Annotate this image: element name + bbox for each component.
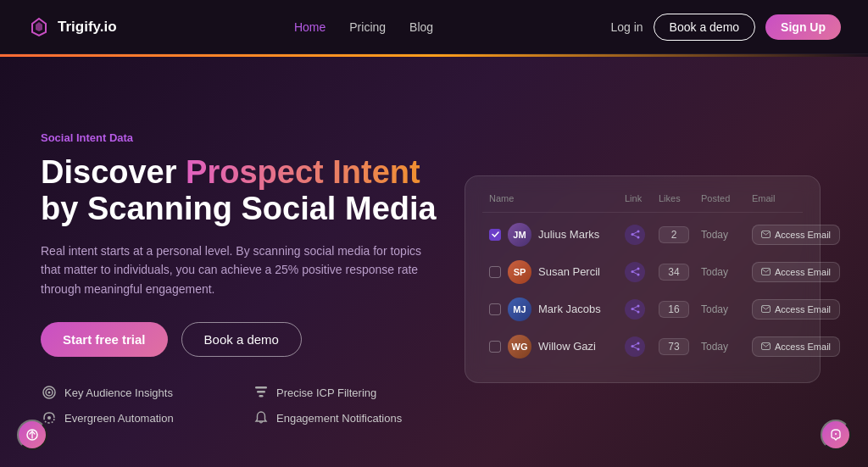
start-trial-button[interactable]: Start free trial <box>41 322 168 357</box>
table-row: WG Willow Gazi 73 Today Access Email <box>482 328 803 365</box>
avatar-julius: JM <box>508 223 531 247</box>
feature-notifications: Engagement Notifications <box>253 409 437 426</box>
likes-mark: 16 <box>659 301 689 318</box>
cta-row: Start free trial Book a demo <box>41 322 437 357</box>
access-email-julius[interactable]: Access Email <box>752 225 840 245</box>
person-cell-mark: MJ Mark Jacobs <box>489 297 625 321</box>
svg-line-10 <box>632 231 638 235</box>
share-button-susan[interactable] <box>625 262 645 282</box>
svg-line-23 <box>632 309 638 313</box>
posted-willow: Today <box>701 341 752 353</box>
svg-rect-3 <box>255 386 267 389</box>
book-demo-button[interactable]: Book a demo <box>654 14 756 41</box>
avatar-susan: SP <box>508 260 531 284</box>
person-name-susan: Susan Percil <box>538 265 600 278</box>
feature-audience-label: Key Audience Insights <box>64 386 173 399</box>
person-name-julius: Julius Marks <box>538 228 599 241</box>
hero-description: Real intent starts at a personal level. … <box>41 242 422 298</box>
col-likes: Likes <box>659 193 701 203</box>
hero-tag: Social Intent Data <box>41 131 437 144</box>
hero-title-suffix: by Scanning Social Media <box>41 191 437 226</box>
col-link: Link <box>625 193 659 203</box>
hero-left: Social Intent Data Discover Prospect Int… <box>41 131 465 427</box>
book-demo-hero-button[interactable]: Book a demo <box>181 322 302 357</box>
chat-icon <box>25 428 39 442</box>
share-button-julius[interactable] <box>625 225 645 245</box>
logo-icon <box>27 15 51 39</box>
features-grid: Key Audience Insights Precise ICP Filter… <box>41 384 437 426</box>
login-button[interactable]: Log in <box>610 20 643 34</box>
table-header: Name Link Likes Posted Email <box>482 193 803 213</box>
person-name-willow: Willow Gazi <box>538 340 596 353</box>
filter-icon <box>253 384 270 401</box>
avatar-willow: WG <box>508 335 531 359</box>
svg-line-29 <box>632 347 638 350</box>
feature-filtering-label: Precise ICP Filtering <box>276 386 376 399</box>
hero-title: Discover Prospect Intent by Scanning Soc… <box>41 154 437 228</box>
email-icon <box>761 342 771 350</box>
share-button-willow[interactable] <box>625 336 645 357</box>
likes-susan: 34 <box>659 264 689 281</box>
nav-links: Home Pricing Blog <box>294 20 433 34</box>
logo[interactable]: Trigify.io <box>27 15 117 39</box>
person-cell-susan: SP Susan Percil <box>489 260 625 284</box>
svg-line-16 <box>632 269 638 272</box>
share-button-mark[interactable] <box>625 299 645 320</box>
svg-rect-5 <box>259 395 264 398</box>
data-card: Name Link Likes Posted Email JM Julius M… <box>465 175 821 383</box>
person-cell-julius: JM Julius Marks <box>489 223 625 247</box>
hero-title-gradient: Prospect Intent <box>186 154 420 190</box>
access-email-mark[interactable]: Access Email <box>752 299 840 320</box>
email-icon <box>761 231 771 238</box>
target-icon <box>41 384 58 401</box>
likes-julius: 2 <box>659 226 689 243</box>
likes-willow: 73 <box>659 338 689 355</box>
table-row: MJ Mark Jacobs 16 Today Access Email <box>482 291 803 328</box>
feature-automation: Evergreen Automation <box>41 409 225 426</box>
navbar: Trigify.io Home Pricing Blog Log in Book… <box>0 0 868 54</box>
nav-right: Log in Book a demo Sign Up <box>610 14 841 41</box>
access-email-susan[interactable]: Access Email <box>752 262 840 282</box>
svg-line-17 <box>632 272 638 275</box>
table-row: SP Susan Percil 34 Today Access Email <box>482 253 803 291</box>
checkbox-mark[interactable] <box>489 303 501 315</box>
svg-line-28 <box>632 343 638 347</box>
checkbox-susan[interactable] <box>489 266 501 278</box>
support-widget-button[interactable] <box>821 420 851 450</box>
svg-line-22 <box>632 306 638 309</box>
svg-point-2 <box>48 392 51 394</box>
table-row: JM Julius Marks 2 Today Access Email <box>482 216 803 253</box>
nav-home[interactable]: Home <box>294 20 326 34</box>
svg-point-6 <box>47 416 51 420</box>
hero-title-prefix: Discover <box>41 154 186 190</box>
posted-julius: Today <box>701 229 752 241</box>
col-name: Name <box>489 193 625 203</box>
logo-text: Trigify.io <box>58 19 117 36</box>
nav-blog[interactable]: Blog <box>409 20 433 34</box>
col-posted: Posted <box>701 193 752 203</box>
email-icon <box>761 268 771 275</box>
support-icon <box>829 428 843 442</box>
nav-pricing[interactable]: Pricing <box>349 20 386 34</box>
access-email-willow[interactable]: Access Email <box>752 336 840 357</box>
chat-widget-button[interactable] <box>17 420 47 450</box>
col-email: Email <box>752 193 796 203</box>
main-content: Social Intent Data Discover Prospect Int… <box>0 57 868 467</box>
feature-notifications-label: Engagement Notifications <box>276 412 402 425</box>
avatar-mark: MJ <box>508 297 531 321</box>
checkbox-willow[interactable] <box>489 341 501 353</box>
feature-audience: Key Audience Insights <box>41 384 225 401</box>
person-cell-willow: WG Willow Gazi <box>489 335 625 359</box>
hero-right: Name Link Likes Posted Email JM Julius M… <box>465 175 821 383</box>
signup-button[interactable]: Sign Up <box>765 14 841 40</box>
feature-automation-label: Evergreen Automation <box>64 412 174 425</box>
svg-line-11 <box>632 235 638 238</box>
checkbox-julius[interactable] <box>489 229 501 241</box>
posted-mark: Today <box>701 303 752 315</box>
person-name-mark: Mark Jacobs <box>538 303 601 315</box>
email-icon <box>761 305 771 313</box>
posted-susan: Today <box>701 266 752 278</box>
svg-rect-4 <box>257 391 265 393</box>
svg-point-32 <box>835 433 837 435</box>
feature-filtering: Precise ICP Filtering <box>253 384 437 401</box>
